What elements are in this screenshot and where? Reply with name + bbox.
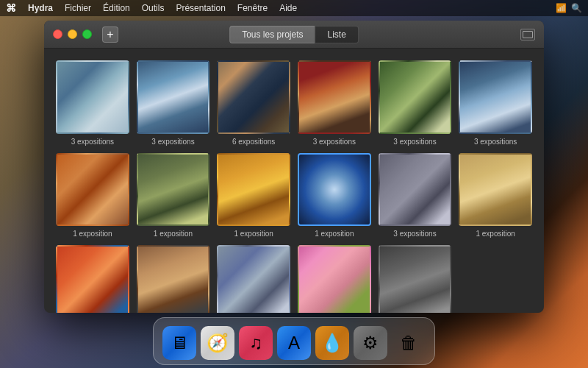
- photo-label-12: 1 exposition: [476, 230, 514, 238]
- menu-presentation[interactable]: Présentation: [170, 0, 231, 16]
- photo-label-5: 3 expositions: [393, 138, 436, 146]
- dock-item-safari[interactable]: 🧭: [201, 326, 234, 360]
- photo-item-8[interactable]: 1 exposition: [137, 153, 210, 238]
- traffic-lights: [53, 29, 92, 39]
- photo-thumb-3: [217, 60, 290, 134]
- photo-label-3: 6 expositions: [232, 138, 275, 146]
- photo-thumb-6: [459, 60, 532, 134]
- photo-thumb-16: [298, 245, 371, 313]
- photo-thumb-7: [56, 153, 129, 227]
- dock-item-music[interactable]: ♫: [239, 326, 273, 360]
- photo-thumb-1: [56, 60, 129, 134]
- appstore-icon: A: [288, 334, 300, 352]
- menu-outils[interactable]: Outils: [136, 0, 171, 16]
- photo-thumb-2: [137, 60, 210, 134]
- photo-item-7[interactable]: 1 exposition: [56, 153, 129, 238]
- menu-aide[interactable]: Aide: [273, 0, 303, 16]
- menu-fenetre[interactable]: Fenêtre: [232, 0, 273, 16]
- hydra-icon: 💧: [321, 334, 343, 352]
- apple-menu-icon[interactable]: ⌘: [6, 2, 16, 14]
- photo-item-10[interactable]: 1 exposition: [298, 153, 371, 238]
- photo-item-11[interactable]: 3 expositions: [379, 153, 452, 238]
- trash-icon: 🗑: [400, 334, 417, 352]
- dock-item-finder[interactable]: 🖥: [162, 326, 196, 360]
- photo-grid: 3 expositions3 expositions6 expositions3…: [44, 49, 544, 313]
- photo-label-9: 1 exposition: [234, 230, 273, 238]
- photo-item-15[interactable]: 1 exposition: [217, 245, 290, 313]
- dock-item-trash[interactable]: 🗑: [392, 326, 426, 360]
- photo-thumb-15: [217, 245, 290, 313]
- photo-item-9[interactable]: 1 exposition: [217, 153, 290, 238]
- photo-item-3[interactable]: 6 expositions: [217, 60, 290, 146]
- menu-edition[interactable]: Édition: [97, 0, 136, 16]
- photo-thumb-5: [379, 60, 452, 134]
- photo-thumb-8: [137, 153, 210, 227]
- photo-item-16[interactable]: 1 exposition: [298, 245, 371, 313]
- photo-item-4[interactable]: 3 expositions: [298, 60, 371, 146]
- wifi-icon: 📶: [556, 3, 567, 13]
- tab-list[interactable]: Liste: [315, 26, 359, 43]
- photo-item-6[interactable]: 3 expositions: [459, 60, 532, 146]
- minimize-button[interactable]: [68, 29, 77, 39]
- photo-thumb-9: [217, 153, 290, 227]
- menubar-right: 📶 🔍: [556, 3, 582, 13]
- photo-thumb-13: [56, 245, 129, 313]
- photo-thumb-4: [298, 60, 371, 134]
- photo-item-13[interactable]: 1 exposition: [56, 245, 129, 313]
- photo-item-17[interactable]: 1 exposition: [379, 245, 452, 313]
- window-view-button[interactable]: [520, 29, 535, 40]
- photo-label-7: 1 exposition: [73, 230, 112, 238]
- photo-item-5[interactable]: 3 expositions: [379, 60, 452, 146]
- dock-item-appstore[interactable]: A: [277, 326, 311, 360]
- menu-fichier[interactable]: Fichier: [59, 0, 97, 16]
- add-project-button[interactable]: +: [102, 26, 118, 43]
- music-icon: ♫: [249, 334, 262, 352]
- photo-label-11: 3 expositions: [393, 230, 436, 238]
- menubar: ⌘ Hydra Fichier Édition Outils Présentat…: [0, 0, 588, 16]
- photo-thumb-14: [137, 245, 210, 313]
- photo-item-14[interactable]: 1 exposition: [137, 245, 210, 313]
- tab-group: Tous les projets Liste: [229, 26, 359, 43]
- photo-thumb-17: [379, 245, 452, 313]
- photo-item-1[interactable]: 3 expositions: [56, 60, 129, 146]
- app-menu-hydra[interactable]: Hydra: [22, 0, 59, 16]
- finder-icon: 🖥: [171, 334, 188, 352]
- photo-item-12[interactable]: 1 exposition: [459, 153, 532, 238]
- photo-label-10: 1 exposition: [315, 230, 354, 238]
- photo-thumb-12: [459, 153, 532, 227]
- title-bar: + Tous les projets Liste: [44, 21, 544, 49]
- search-icon[interactable]: 🔍: [571, 3, 582, 13]
- maximize-button[interactable]: [82, 29, 92, 39]
- photo-item-2[interactable]: 3 expositions: [137, 60, 210, 146]
- photo-thumb-10: [298, 153, 371, 227]
- photo-label-1: 3 expositions: [71, 138, 114, 146]
- photo-label-2: 3 expositions: [151, 138, 194, 146]
- photo-label-8: 1 exposition: [154, 230, 193, 238]
- photo-label-6: 3 expositions: [474, 138, 517, 146]
- app-window: + Tous les projets Liste 3 expositions3 …: [44, 21, 544, 313]
- photo-thumb-11: [379, 153, 452, 227]
- close-button[interactable]: [53, 29, 62, 39]
- dock: 🖥🧭♫A💧⚙🗑: [153, 317, 435, 365]
- syspref-icon: ⚙: [362, 334, 379, 352]
- dock-item-hydra[interactable]: 💧: [315, 326, 349, 360]
- safari-icon: 🧭: [207, 334, 229, 352]
- photo-label-4: 3 expositions: [313, 138, 356, 146]
- tab-all-projects[interactable]: Tous les projets: [229, 26, 315, 43]
- dock-item-syspref[interactable]: ⚙: [354, 326, 387, 360]
